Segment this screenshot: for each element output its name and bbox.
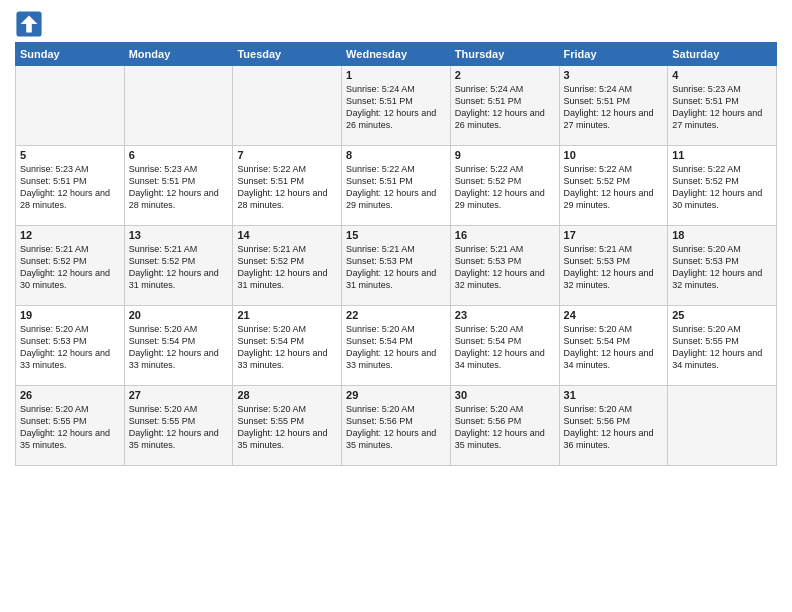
day-number: 5 bbox=[20, 149, 120, 161]
calendar-cell: 25Sunrise: 5:20 AM Sunset: 5:55 PM Dayli… bbox=[668, 306, 777, 386]
calendar-cell: 2Sunrise: 5:24 AM Sunset: 5:51 PM Daylig… bbox=[450, 66, 559, 146]
day-number: 15 bbox=[346, 229, 446, 241]
day-info: Sunrise: 5:23 AM Sunset: 5:51 PM Dayligh… bbox=[129, 163, 229, 212]
day-info: Sunrise: 5:21 AM Sunset: 5:52 PM Dayligh… bbox=[129, 243, 229, 292]
day-number: 27 bbox=[129, 389, 229, 401]
day-info: Sunrise: 5:22 AM Sunset: 5:51 PM Dayligh… bbox=[237, 163, 337, 212]
day-number: 3 bbox=[564, 69, 664, 81]
day-info: Sunrise: 5:24 AM Sunset: 5:51 PM Dayligh… bbox=[346, 83, 446, 132]
page-container: SundayMondayTuesdayWednesdayThursdayFrid… bbox=[0, 0, 792, 476]
calendar-cell: 22Sunrise: 5:20 AM Sunset: 5:54 PM Dayli… bbox=[342, 306, 451, 386]
day-info: Sunrise: 5:20 AM Sunset: 5:56 PM Dayligh… bbox=[455, 403, 555, 452]
calendar-cell: 29Sunrise: 5:20 AM Sunset: 5:56 PM Dayli… bbox=[342, 386, 451, 466]
calendar-cell: 6Sunrise: 5:23 AM Sunset: 5:51 PM Daylig… bbox=[124, 146, 233, 226]
calendar-cell: 28Sunrise: 5:20 AM Sunset: 5:55 PM Dayli… bbox=[233, 386, 342, 466]
day-number: 20 bbox=[129, 309, 229, 321]
day-info: Sunrise: 5:20 AM Sunset: 5:54 PM Dayligh… bbox=[455, 323, 555, 372]
day-number: 11 bbox=[672, 149, 772, 161]
day-info: Sunrise: 5:20 AM Sunset: 5:55 PM Dayligh… bbox=[20, 403, 120, 452]
calendar-cell: 18Sunrise: 5:20 AM Sunset: 5:53 PM Dayli… bbox=[668, 226, 777, 306]
calendar-week-row: 5Sunrise: 5:23 AM Sunset: 5:51 PM Daylig… bbox=[16, 146, 777, 226]
calendar-cell: 17Sunrise: 5:21 AM Sunset: 5:53 PM Dayli… bbox=[559, 226, 668, 306]
weekday-header: Saturday bbox=[668, 43, 777, 66]
day-number: 26 bbox=[20, 389, 120, 401]
weekday-header: Wednesday bbox=[342, 43, 451, 66]
day-number: 28 bbox=[237, 389, 337, 401]
calendar-cell: 16Sunrise: 5:21 AM Sunset: 5:53 PM Dayli… bbox=[450, 226, 559, 306]
day-info: Sunrise: 5:20 AM Sunset: 5:56 PM Dayligh… bbox=[346, 403, 446, 452]
weekday-header: Monday bbox=[124, 43, 233, 66]
calendar-cell: 19Sunrise: 5:20 AM Sunset: 5:53 PM Dayli… bbox=[16, 306, 125, 386]
day-number: 22 bbox=[346, 309, 446, 321]
weekday-header: Tuesday bbox=[233, 43, 342, 66]
day-number: 31 bbox=[564, 389, 664, 401]
calendar-week-row: 12Sunrise: 5:21 AM Sunset: 5:52 PM Dayli… bbox=[16, 226, 777, 306]
day-number: 19 bbox=[20, 309, 120, 321]
calendar-cell: 26Sunrise: 5:20 AM Sunset: 5:55 PM Dayli… bbox=[16, 386, 125, 466]
day-info: Sunrise: 5:24 AM Sunset: 5:51 PM Dayligh… bbox=[564, 83, 664, 132]
day-number: 25 bbox=[672, 309, 772, 321]
day-number: 8 bbox=[346, 149, 446, 161]
day-number: 23 bbox=[455, 309, 555, 321]
day-number: 10 bbox=[564, 149, 664, 161]
calendar-cell: 15Sunrise: 5:21 AM Sunset: 5:53 PM Dayli… bbox=[342, 226, 451, 306]
calendar-cell: 5Sunrise: 5:23 AM Sunset: 5:51 PM Daylig… bbox=[16, 146, 125, 226]
day-info: Sunrise: 5:20 AM Sunset: 5:55 PM Dayligh… bbox=[237, 403, 337, 452]
day-number: 17 bbox=[564, 229, 664, 241]
weekday-header: Friday bbox=[559, 43, 668, 66]
calendar-cell: 1Sunrise: 5:24 AM Sunset: 5:51 PM Daylig… bbox=[342, 66, 451, 146]
day-info: Sunrise: 5:23 AM Sunset: 5:51 PM Dayligh… bbox=[20, 163, 120, 212]
calendar-cell: 21Sunrise: 5:20 AM Sunset: 5:54 PM Dayli… bbox=[233, 306, 342, 386]
day-number: 29 bbox=[346, 389, 446, 401]
calendar-cell: 12Sunrise: 5:21 AM Sunset: 5:52 PM Dayli… bbox=[16, 226, 125, 306]
day-info: Sunrise: 5:20 AM Sunset: 5:53 PM Dayligh… bbox=[20, 323, 120, 372]
day-number: 14 bbox=[237, 229, 337, 241]
day-info: Sunrise: 5:20 AM Sunset: 5:54 PM Dayligh… bbox=[346, 323, 446, 372]
day-number: 13 bbox=[129, 229, 229, 241]
day-info: Sunrise: 5:20 AM Sunset: 5:54 PM Dayligh… bbox=[564, 323, 664, 372]
calendar-cell: 9Sunrise: 5:22 AM Sunset: 5:52 PM Daylig… bbox=[450, 146, 559, 226]
day-info: Sunrise: 5:21 AM Sunset: 5:53 PM Dayligh… bbox=[564, 243, 664, 292]
day-info: Sunrise: 5:20 AM Sunset: 5:56 PM Dayligh… bbox=[564, 403, 664, 452]
day-info: Sunrise: 5:21 AM Sunset: 5:53 PM Dayligh… bbox=[455, 243, 555, 292]
day-info: Sunrise: 5:20 AM Sunset: 5:54 PM Dayligh… bbox=[237, 323, 337, 372]
calendar-cell: 30Sunrise: 5:20 AM Sunset: 5:56 PM Dayli… bbox=[450, 386, 559, 466]
calendar-week-row: 26Sunrise: 5:20 AM Sunset: 5:55 PM Dayli… bbox=[16, 386, 777, 466]
day-number: 12 bbox=[20, 229, 120, 241]
calendar-cell: 24Sunrise: 5:20 AM Sunset: 5:54 PM Dayli… bbox=[559, 306, 668, 386]
day-info: Sunrise: 5:23 AM Sunset: 5:51 PM Dayligh… bbox=[672, 83, 772, 132]
day-info: Sunrise: 5:20 AM Sunset: 5:55 PM Dayligh… bbox=[129, 403, 229, 452]
day-info: Sunrise: 5:22 AM Sunset: 5:52 PM Dayligh… bbox=[455, 163, 555, 212]
logo-icon bbox=[15, 10, 43, 38]
day-info: Sunrise: 5:22 AM Sunset: 5:51 PM Dayligh… bbox=[346, 163, 446, 212]
day-number: 6 bbox=[129, 149, 229, 161]
calendar-cell: 3Sunrise: 5:24 AM Sunset: 5:51 PM Daylig… bbox=[559, 66, 668, 146]
day-number: 1 bbox=[346, 69, 446, 81]
day-number: 30 bbox=[455, 389, 555, 401]
day-info: Sunrise: 5:21 AM Sunset: 5:52 PM Dayligh… bbox=[20, 243, 120, 292]
calendar-cell bbox=[233, 66, 342, 146]
day-number: 16 bbox=[455, 229, 555, 241]
calendar-cell bbox=[124, 66, 233, 146]
calendar-cell: 23Sunrise: 5:20 AM Sunset: 5:54 PM Dayli… bbox=[450, 306, 559, 386]
header bbox=[15, 10, 777, 38]
day-number: 21 bbox=[237, 309, 337, 321]
calendar-cell: 14Sunrise: 5:21 AM Sunset: 5:52 PM Dayli… bbox=[233, 226, 342, 306]
calendar-cell: 31Sunrise: 5:20 AM Sunset: 5:56 PM Dayli… bbox=[559, 386, 668, 466]
day-info: Sunrise: 5:22 AM Sunset: 5:52 PM Dayligh… bbox=[564, 163, 664, 212]
logo bbox=[15, 10, 47, 38]
day-number: 4 bbox=[672, 69, 772, 81]
calendar-cell: 13Sunrise: 5:21 AM Sunset: 5:52 PM Dayli… bbox=[124, 226, 233, 306]
day-info: Sunrise: 5:20 AM Sunset: 5:55 PM Dayligh… bbox=[672, 323, 772, 372]
day-info: Sunrise: 5:20 AM Sunset: 5:54 PM Dayligh… bbox=[129, 323, 229, 372]
calendar-cell: 4Sunrise: 5:23 AM Sunset: 5:51 PM Daylig… bbox=[668, 66, 777, 146]
calendar-cell bbox=[16, 66, 125, 146]
weekday-header-row: SundayMondayTuesdayWednesdayThursdayFrid… bbox=[16, 43, 777, 66]
day-number: 18 bbox=[672, 229, 772, 241]
calendar-cell: 11Sunrise: 5:22 AM Sunset: 5:52 PM Dayli… bbox=[668, 146, 777, 226]
weekday-header: Sunday bbox=[16, 43, 125, 66]
day-number: 2 bbox=[455, 69, 555, 81]
calendar-table: SundayMondayTuesdayWednesdayThursdayFrid… bbox=[15, 42, 777, 466]
calendar-cell: 7Sunrise: 5:22 AM Sunset: 5:51 PM Daylig… bbox=[233, 146, 342, 226]
calendar-cell: 8Sunrise: 5:22 AM Sunset: 5:51 PM Daylig… bbox=[342, 146, 451, 226]
